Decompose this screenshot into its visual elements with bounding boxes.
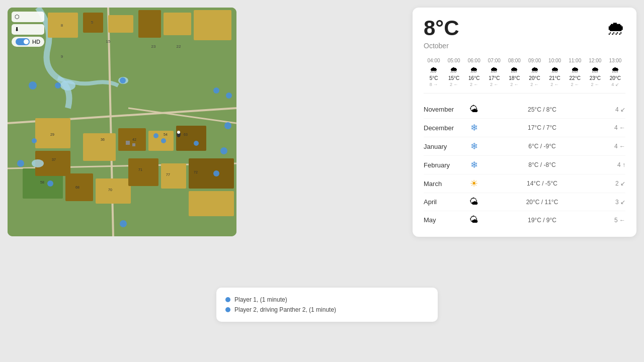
svg-text:71: 71 <box>138 168 142 171</box>
svg-text:9: 9 <box>61 54 63 59</box>
month-temps: 17°C / 7°C <box>484 124 600 131</box>
svg-rect-26 <box>128 158 158 186</box>
svg-rect-17 <box>83 133 116 161</box>
hour-column: 06:00 🌧 16°C 2 ← <box>464 58 484 87</box>
hour-icon: 🌧 <box>464 65 484 74</box>
player-row: Player 2, driving Panther 2, (1 minute) <box>225 305 429 315</box>
svg-point-59 <box>161 138 166 143</box>
month-temps: 20°C / 11°C <box>484 199 600 206</box>
hour-temp: 17°C <box>484 75 504 81</box>
weather-panel: 8°C October 🌧 04:00 🌧 5°C 8 → 05:00 🌧 15… <box>413 8 636 237</box>
svg-rect-33 <box>126 141 130 145</box>
month-wind: 2 ↙ <box>600 180 625 187</box>
month-temps: 6°C / -9°C <box>484 143 600 150</box>
hour-icon: 🌧 <box>424 65 444 74</box>
hour-temp: 21°C <box>545 75 565 81</box>
hd-toggle[interactable]: HD <box>12 37 44 47</box>
hour-wind: 2 ← <box>524 82 544 87</box>
hour-temp: 15°C <box>444 75 464 81</box>
hour-icon: 🌧 <box>565 65 585 74</box>
hour-wind: 2 ← <box>444 82 464 87</box>
month-icon: 🌤 <box>464 104 484 115</box>
monthly-row: May 🌤 19°C / 9°C 5 ← <box>424 211 625 229</box>
map-panel: 8 5 9 23 22 15 29 37 36 42 54 63 71 77 5… <box>8 8 236 236</box>
hour-icon: 🌧 <box>504 65 524 74</box>
svg-point-53 <box>47 180 53 187</box>
svg-text:36: 36 <box>101 138 105 141</box>
svg-point-51 <box>224 122 231 129</box>
month-temps: 19°C / 9°C <box>484 217 600 224</box>
monthly-row: April 🌤 20°C / 11°C 3 ↙ <box>424 193 625 211</box>
hour-temp: 23°C <box>585 75 605 81</box>
monthly-row: January ❄ 6°C / -9°C 4 ← <box>424 137 625 156</box>
hour-time: 05:00 <box>444 58 464 63</box>
hd-label: HD <box>32 39 40 45</box>
hour-icon: 🌧 <box>545 65 565 74</box>
weather-header: 8°C October 🌧 <box>424 18 625 50</box>
month-wind: 4 ← <box>600 143 625 150</box>
month-temps: 25°C / 8°C <box>484 106 600 113</box>
layers-button[interactable]: ⬡ <box>12 12 44 22</box>
svg-point-58 <box>153 133 158 138</box>
svg-point-50 <box>120 77 126 83</box>
hour-wind: 8 → <box>424 82 444 87</box>
current-weather-info: 8°C October <box>424 18 459 50</box>
hour-wind: 2 ← <box>545 82 565 87</box>
map-controls: ⬡ ⬇ HD <box>12 12 44 47</box>
monthly-row: February ❄ 8°C / -8°C 4 ↑ <box>424 156 625 174</box>
svg-text:63: 63 <box>184 133 188 136</box>
svg-point-47 <box>29 81 37 89</box>
svg-text:8: 8 <box>61 23 63 28</box>
svg-point-56 <box>226 93 232 99</box>
svg-rect-13 <box>96 178 131 204</box>
svg-rect-8 <box>138 10 161 38</box>
month-icon: ❄ <box>464 122 484 133</box>
player-row: Player 1, (1 minute) <box>225 295 429 305</box>
download-icon: ⬇ <box>15 26 19 33</box>
player-text: Player 2, driving Panther 2, (1 minute) <box>234 306 336 313</box>
current-temperature: 8°C <box>424 18 459 39</box>
month-wind: 4 ← <box>600 124 625 131</box>
svg-text:72: 72 <box>194 170 198 174</box>
svg-rect-29 <box>189 191 234 216</box>
svg-point-54 <box>120 220 127 227</box>
month-name: March <box>424 180 464 188</box>
svg-rect-16 <box>176 126 206 151</box>
hour-wind: 2 ← <box>484 82 504 87</box>
svg-text:70: 70 <box>108 188 112 192</box>
monthly-row: March ☀ 14°C / -5°C 2 ↙ <box>424 174 625 193</box>
month-name: December <box>424 124 464 132</box>
hour-column: 10:00 🌧 21°C 2 ← <box>545 58 565 87</box>
download-button[interactable]: ⬇ <box>12 24 44 35</box>
svg-text:77: 77 <box>166 173 170 176</box>
hour-temp: 20°C <box>524 75 544 81</box>
toggle-switch[interactable] <box>16 38 30 45</box>
svg-rect-9 <box>164 13 191 35</box>
monthly-row: December ❄ 17°C / 7°C 4 ← <box>424 119 625 137</box>
hourly-forecast: 04:00 🌧 5°C 8 → 05:00 🌧 15°C 2 ← 06:00 🌧… <box>424 58 625 94</box>
month-icon: ☀ <box>464 178 484 189</box>
hour-icon: 🌧 <box>524 65 544 74</box>
svg-rect-7 <box>108 15 133 33</box>
hour-time: 06:00 <box>464 58 484 63</box>
hour-column: 12:00 🌧 23°C 2 ← <box>585 58 605 87</box>
hour-time: 09:00 <box>524 58 544 63</box>
month-name: February <box>424 161 464 169</box>
svg-point-63 <box>177 131 180 134</box>
svg-point-49 <box>17 160 24 167</box>
hour-column: 07:00 🌧 17°C 2 ← <box>484 58 504 87</box>
player-dot <box>225 307 230 312</box>
month-icon: ❄ <box>464 141 484 152</box>
hour-icon: 🌧 <box>444 65 464 74</box>
svg-rect-34 <box>132 143 135 146</box>
hour-time: 08:00 <box>504 58 524 63</box>
hour-time: 12:00 <box>585 58 605 63</box>
svg-text:68: 68 <box>75 186 79 189</box>
month-icon: ❄ <box>464 159 484 170</box>
svg-text:15: 15 <box>106 39 111 44</box>
hour-icon: 🌧 <box>585 65 605 74</box>
monthly-forecast: November 🌤 25°C / 8°C 4 ↙ December ❄ 17°… <box>424 101 625 229</box>
hour-wind: 2 ← <box>504 82 524 87</box>
hour-temp: 5°C <box>424 75 444 81</box>
month-wind: 4 ↑ <box>600 161 625 168</box>
